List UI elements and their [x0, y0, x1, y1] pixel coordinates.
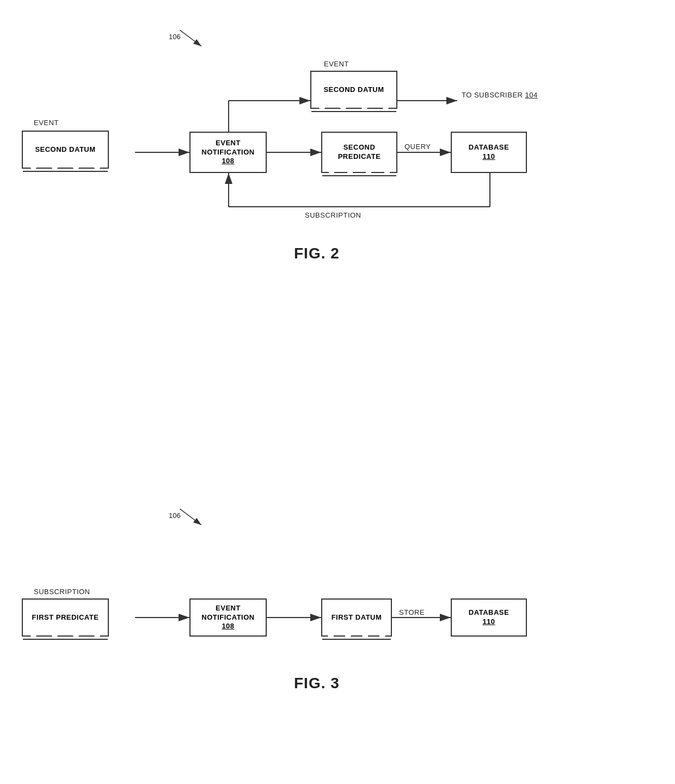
ref106-arrow [180, 30, 212, 52]
fig2-to-subscriber-label: TO SUBSCRIBER 104 [462, 91, 538, 99]
fig2-ref106: 106 [169, 33, 181, 41]
fig3-title: FIG. 3 [294, 675, 340, 692]
fig2-event-label-left: EVENT [34, 119, 59, 127]
fig2-second-predicate: SECOND PREDICATE [321, 132, 397, 173]
fig2-second-datum-top: SECOND DATUM [310, 71, 397, 109]
fig2-event-label-top: EVENT [324, 60, 349, 68]
svg-line-14 [180, 30, 201, 46]
diagram-container: 106 EVENT SECOND DATUM TO SUBSCRIBER 104… [0, 0, 675, 784]
svg-line-15 [180, 509, 201, 525]
arrows-svg [0, 0, 675, 784]
fig2-event-notification: EVENT NOTIFICATION 108 [189, 132, 267, 173]
fig2-second-datum-left: SECOND DATUM [22, 131, 109, 169]
fig3-event-notification: EVENT NOTIFICATION 108 [189, 598, 267, 637]
fig2-database: DATABASE 110 [451, 132, 527, 173]
fig3-ref106: 106 [169, 511, 181, 520]
fig3-first-datum: FIRST DATUM [321, 598, 392, 637]
fig3-store-label: STORE [399, 608, 425, 616]
fig3-database: DATABASE 110 [451, 598, 527, 637]
fig3-first-predicate: FIRST PREDICATE [22, 598, 109, 637]
fig2-subscription-label: SUBSCRIPTION [305, 211, 361, 219]
fig3-subscription-label: SUBSCRIPTION [34, 588, 90, 596]
fig3-ref106-arrow [180, 509, 212, 530]
fig2-title: FIG. 2 [294, 245, 340, 262]
fig2-query-label: QUERY [404, 143, 431, 151]
